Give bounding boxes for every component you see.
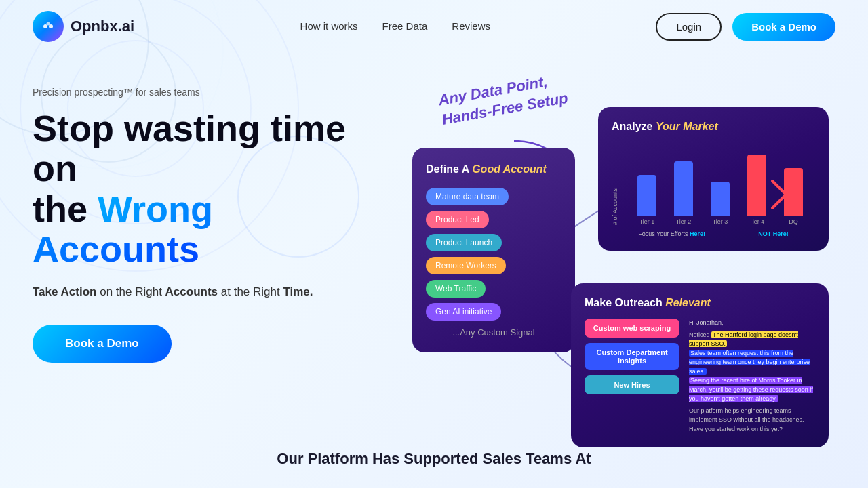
email-line4: Our platform helps engineering teams imp… — [689, 407, 815, 425]
bar-tier1 — [637, 175, 656, 216]
bar-tier4 — [747, 155, 766, 216]
custom-signal-text: ...Any Custom Signal — [426, 327, 561, 338]
chart-footer-not: NOT Here! — [758, 230, 789, 237]
bar-label-tier4: Tier 4 — [749, 218, 765, 225]
hero-section: Precision prospecting™ for sales teams S… — [0, 53, 868, 446]
bottom-supported-text: Our Platform Has Supported Sales Teams A… — [0, 450, 868, 468]
bar-label-tier1: Tier 1 — [639, 218, 655, 225]
annotation-text: Any Data Point, Hands-Free Setup — [437, 69, 569, 129]
define-card-title-highlight: Good Account — [472, 163, 547, 175]
bar-label-tier2: Tier 2 — [676, 218, 692, 225]
email-line3: Seeing the recent hire of Morris Tooker … — [689, 376, 815, 404]
bar-label-dq: DQ — [789, 218, 798, 225]
outreach-card-title: Make Outreach Relevant — [585, 297, 815, 309]
tag-mature-data-team: Mature data team — [426, 188, 509, 205]
outreach-card: Make Outreach Relevant Custom web scrapi… — [571, 283, 829, 447]
tag-remote-workers: Remote Workers — [426, 257, 506, 274]
svg-point-5 — [47, 22, 50, 26]
bar-group-tier2: Tier 2 — [669, 161, 698, 225]
bar-tier3 — [711, 182, 730, 216]
hero-sub-take-action: Take Action — [33, 285, 96, 298]
hero-sub-time: Time. — [283, 285, 313, 298]
email-greeting: Hi Jonathan, — [689, 319, 815, 328]
define-tags-grid: Mature data team Product Led Product Lau… — [426, 188, 561, 321]
define-card-title: Define A Good Account — [426, 163, 561, 177]
logo-icon — [33, 11, 64, 42]
logo-text: Opnbx.ai — [71, 18, 134, 35]
logo: Opnbx.ai — [33, 11, 134, 42]
chart-y-axis-label: # of Accounts — [612, 144, 618, 225]
tag-product-launch: Product Launch — [426, 234, 502, 251]
email-highlight2: Sales team often request this from the e… — [689, 350, 810, 375]
book-demo-nav-button[interactable]: Book a Demo — [732, 13, 835, 41]
hero-right: Any Data Point, Hands-Free Setup Define … — [399, 66, 835, 446]
svg-point-4 — [49, 24, 53, 28]
email-line5: Have you started work on this yet? — [689, 425, 815, 434]
outreach-title-highlight: Relevant — [665, 297, 711, 308]
nav-link-free-data[interactable]: Free Data — [382, 20, 428, 32]
hero-subtitle: Take Action on the Right Accounts at the… — [33, 283, 385, 301]
hero-tagline: Precision prospecting™ for sales teams — [33, 87, 385, 98]
bar-label-tier3: Tier 3 — [713, 218, 728, 225]
navbar: Opnbx.ai How it works Free Data Reviews … — [0, 0, 868, 53]
outreach-body: Custom web scraping Custom Department In… — [585, 319, 815, 434]
hero-title: Stop wasting time on the Wrong Accounts — [33, 108, 385, 270]
chart-footer: Focus Your Efforts Here! NOT Here! — [612, 230, 815, 237]
tag-web-traffic: Web Traffic — [426, 280, 486, 298]
bar-tier2 — [674, 161, 693, 216]
analyze-market-card: Analyze Your Market # of Accounts Tier 1… — [598, 107, 829, 251]
hero-sub-accounts: Accounts — [165, 285, 218, 298]
bar-group-tier3: Tier 3 — [705, 182, 735, 225]
hero-sub-part2: on the Right — [96, 285, 165, 298]
bar-chart: Tier 1 Tier 2 Tier 3 Tier 4 — [625, 144, 815, 225]
tag-gen-ai: Gen AI initiative — [426, 303, 501, 321]
hero-sub-part4: at the Right — [218, 285, 283, 298]
define-account-card: Define A Good Account Mature data team P… — [412, 148, 575, 352]
tag-product-led: Product Led — [426, 211, 489, 228]
bar-group-tier1: Tier 1 — [632, 175, 662, 225]
outreach-email: Hi Jonathan, Noticed The Hartford login … — [689, 319, 815, 434]
outreach-tag-dept-insights: Custom Department Insights — [585, 343, 679, 370]
email-line1: Noticed The Hartford login page doesn't … — [689, 331, 815, 349]
nav-link-how-it-works[interactable]: How it works — [300, 20, 358, 32]
outreach-tag-web-scraping: Custom web scraping — [585, 319, 679, 338]
bar-group-tier4: Tier 4 — [742, 155, 772, 225]
hero-title-line2: the — [33, 188, 98, 229]
hero-title-line1: Stop wasting time on — [33, 108, 346, 188]
login-button[interactable]: Login — [656, 13, 722, 41]
email-line2: Sales team often request this from the e… — [689, 349, 815, 377]
nav-actions: Login Book a Demo — [656, 13, 835, 41]
nav-links: How it works Free Data Reviews — [300, 20, 490, 33]
chart-footer-focus: Focus Your Efforts Here! — [638, 230, 705, 237]
svg-point-3 — [43, 24, 47, 28]
hero-left: Precision prospecting™ for sales teams S… — [33, 66, 385, 363]
outreach-tags: Custom web scraping Custom Department In… — [585, 319, 679, 434]
book-demo-hero-button[interactable]: Book a Demo — [33, 325, 172, 363]
nav-link-reviews[interactable]: Reviews — [452, 20, 490, 32]
email-highlight3: Seeing the recent hire of Morris Tooker … — [689, 377, 813, 402]
x-mark-icon — [769, 178, 803, 211]
outreach-tag-new-hires: New Hires — [585, 375, 679, 394]
analyze-card-title: Analyze Your Market — [612, 121, 815, 133]
analyze-card-title-highlight: Your Market — [656, 121, 718, 132]
